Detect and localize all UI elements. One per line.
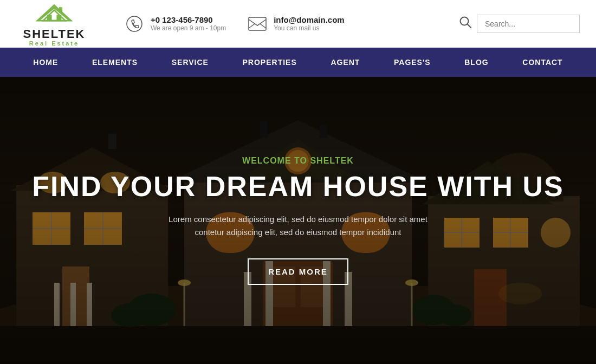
nav-agent[interactable]: AGENT	[321, 48, 370, 77]
hero-title: FIND YOUR DREAM HOUSE WITH US	[32, 171, 564, 202]
contact-info: +0 123-456-7890 We are open 9 am - 10pm …	[125, 14, 459, 34]
svg-line-9	[468, 24, 471, 28]
nav-home[interactable]: HOME	[23, 48, 68, 77]
brand-tagline: Real Estate	[29, 40, 79, 47]
search-area	[459, 15, 580, 33]
phone-text: +0 123-456-7890 We are open 9 am - 10pm	[151, 15, 226, 32]
brand-name: SHELTEK	[23, 28, 85, 40]
search-input[interactable]	[477, 15, 580, 33]
hero-welcome: WELCOME TO SHELTEK	[32, 156, 564, 166]
email-address: info@domain.com	[274, 15, 344, 24]
logo-icon	[33, 1, 76, 28]
navbar: HOME ELEMENTS SERVICE PROPERTIES AGENT P…	[0, 48, 596, 77]
email-subtitle: You can mail us	[274, 24, 344, 32]
svg-point-6	[127, 16, 142, 31]
nav-elements[interactable]: ELEMENTS	[82, 48, 147, 77]
nav-contact[interactable]: CONTACT	[513, 48, 572, 77]
hero-description: Lorem consectetur adipiscing elit, sed d…	[32, 213, 564, 239]
hero-content: WELCOME TO SHELTEK FIND YOUR DREAM HOUSE…	[10, 156, 586, 285]
email-contact: info@domain.com You can mail us	[248, 14, 344, 34]
phone-number: +0 123-456-7890	[151, 15, 226, 24]
phone-icon	[125, 14, 144, 34]
phone-hours: We are open 9 am - 10pm	[151, 24, 226, 32]
email-icon	[248, 14, 267, 34]
logo: SHELTEK Real Estate	[16, 1, 92, 47]
svg-marker-5	[37, 6, 71, 21]
svg-rect-4	[56, 15, 61, 21]
svg-rect-3	[47, 15, 52, 21]
svg-point-8	[461, 17, 469, 25]
phone-contact: +0 123-456-7890 We are open 9 am - 10pm	[125, 14, 226, 34]
hero-section: WELCOME TO SHELTEK FIND YOUR DREAM HOUSE…	[0, 77, 596, 364]
email-text: info@domain.com You can mail us	[274, 15, 344, 32]
nav-properties[interactable]: PROPERTIES	[233, 48, 307, 77]
nav-items: HOME ELEMENTS SERVICE PROPERTIES AGENT P…	[16, 48, 580, 77]
header: SHELTEK Real Estate +0 123-456-7890 We a…	[0, 0, 596, 48]
nav-blog[interactable]: BLOG	[455, 48, 498, 77]
nav-pages[interactable]: PAGES'S	[384, 48, 440, 77]
hero-cta-button[interactable]: READ MORE	[248, 258, 348, 285]
svg-rect-7	[249, 17, 266, 30]
search-icon[interactable]	[459, 16, 471, 31]
nav-service[interactable]: SERVICE	[162, 48, 218, 77]
